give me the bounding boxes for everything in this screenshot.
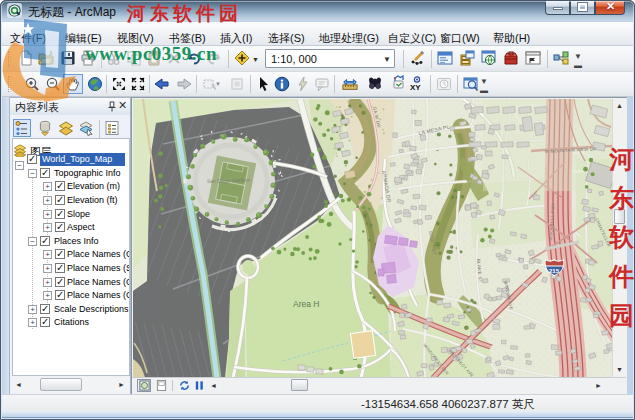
svg-text:215: 215	[549, 268, 560, 274]
svg-text:Area H: Area H	[293, 299, 319, 309]
svg-text:XY: XY	[410, 83, 421, 92]
